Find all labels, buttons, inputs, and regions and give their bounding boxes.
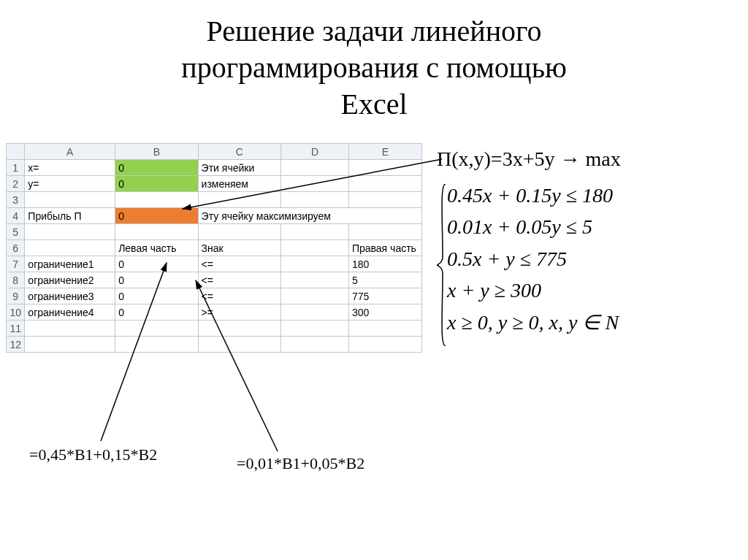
cell[interactable]: 0 <box>115 176 198 192</box>
table-row: 2y=0изменяем <box>7 176 422 192</box>
cell[interactable] <box>281 240 349 256</box>
cell[interactable] <box>281 176 349 192</box>
table-row: 10ограничение40>=300 <box>7 304 422 321</box>
cell[interactable]: 0 <box>115 272 198 288</box>
cell[interactable]: <= <box>198 288 280 304</box>
table-row: 6Левая частьЗнакПравая часть <box>7 240 422 256</box>
brace-icon <box>437 184 447 346</box>
table-row: 7ограничение10<=180 <box>7 256 422 272</box>
col-header[interactable]: B <box>115 144 198 160</box>
cell[interactable] <box>348 337 421 353</box>
cell[interactable]: ограничение1 <box>25 256 115 272</box>
cell[interactable] <box>348 176 421 192</box>
table-row: 1x=0Эти ячейки <box>7 160 422 176</box>
constraint: 0.5x + y ≤ 775 <box>447 243 619 275</box>
row-header[interactable]: 7 <box>7 256 25 272</box>
cell[interactable]: Знак <box>198 240 280 256</box>
cell[interactable] <box>281 288 349 304</box>
constraint: x + y ≥ 300 <box>447 275 619 306</box>
cell[interactable] <box>198 224 280 240</box>
cell[interactable]: Прибыль П <box>25 208 115 224</box>
cell[interactable]: 0 <box>115 304 198 321</box>
corner-cell <box>7 144 25 160</box>
title-line: Excel <box>340 88 407 120</box>
cell[interactable] <box>25 224 115 240</box>
row-header[interactable]: 8 <box>7 272 25 288</box>
cell[interactable] <box>115 321 198 337</box>
cell[interactable] <box>281 304 349 321</box>
cell[interactable]: y= <box>25 176 115 192</box>
constraint: 0.01x + 0.05y ≤ 5 <box>447 211 619 242</box>
cell[interactable]: Левая часть <box>115 240 198 256</box>
col-header[interactable]: C <box>198 144 280 160</box>
row-header[interactable]: 2 <box>7 176 25 192</box>
cell[interactable]: ограничение3 <box>25 288 115 304</box>
cell[interactable]: 0 <box>115 256 198 272</box>
cell[interactable] <box>198 321 280 337</box>
cell[interactable] <box>25 192 115 208</box>
cell[interactable]: >= <box>198 304 280 321</box>
row-header[interactable]: 1 <box>7 160 25 176</box>
cell[interactable] <box>25 337 115 353</box>
constraints-block: 0.45x + 0.15y ≤ 180 0.01x + 0.05y ≤ 5 0.… <box>447 180 619 338</box>
cell[interactable]: 0 <box>115 160 198 176</box>
cell[interactable]: Правая часть <box>348 240 421 256</box>
cell[interactable]: ограничение2 <box>25 272 115 288</box>
row-header[interactable]: 11 <box>7 321 25 337</box>
row-header[interactable]: 4 <box>7 208 25 224</box>
cell[interactable]: 300 <box>348 304 421 321</box>
cell[interactable] <box>281 321 349 337</box>
cell[interactable]: 0 <box>115 288 198 304</box>
table-row: 3 <box>7 192 422 208</box>
cell[interactable]: <= <box>198 256 280 272</box>
cell[interactable]: 180 <box>348 256 421 272</box>
cell[interactable] <box>198 337 280 353</box>
cell[interactable] <box>115 224 198 240</box>
cell[interactable]: изменяем <box>198 176 280 192</box>
arrow-icon: → <box>554 147 585 170</box>
table-row: 4Прибыль П0Эту ячейку максимизируем <box>7 208 422 224</box>
row-header[interactable]: 5 <box>7 224 25 240</box>
row-header[interactable]: 3 <box>7 192 25 208</box>
cell[interactable]: ограничение4 <box>25 304 115 321</box>
cell[interactable] <box>281 256 349 272</box>
cell[interactable] <box>198 192 280 208</box>
constraint: 0.45x + 0.15y ≤ 180 <box>447 180 619 211</box>
cell[interactable] <box>348 224 421 240</box>
cell[interactable] <box>25 240 115 256</box>
title-line: Решение задачи линейного <box>207 15 542 47</box>
table-row: 11 <box>7 321 422 337</box>
formula-label-1: =0,45*B1+0,15*B2 <box>29 445 157 464</box>
row-header[interactable]: 10 <box>7 304 25 321</box>
cell[interactable]: 775 <box>348 288 421 304</box>
cell[interactable] <box>25 321 115 337</box>
cell[interactable]: Эти ячейки <box>198 160 280 176</box>
table-row: 9ограничение30<=775 <box>7 288 422 304</box>
table-row: 5 <box>7 224 422 240</box>
objective-max: max <box>585 147 620 170</box>
cell[interactable] <box>348 321 421 337</box>
cell[interactable] <box>115 337 198 353</box>
cell[interactable]: 5 <box>348 272 421 288</box>
cell[interactable] <box>115 192 198 208</box>
spreadsheet-table: A B C D E 1x=0Эти ячейки2y=0изменяем34Пр… <box>6 143 422 353</box>
row-header[interactable]: 12 <box>7 337 25 353</box>
cell[interactable] <box>281 224 349 240</box>
cell[interactable] <box>281 160 349 176</box>
row-header[interactable]: 9 <box>7 288 25 304</box>
cell[interactable] <box>281 192 349 208</box>
constraint: x ≥ 0, y ≥ 0, x, y ∈ N <box>447 307 619 338</box>
header-row: A B C D E <box>7 144 422 160</box>
cell[interactable] <box>281 337 349 353</box>
col-header[interactable]: A <box>25 144 115 160</box>
col-header[interactable]: D <box>281 144 349 160</box>
cell[interactable]: Эту ячейку максимизируем <box>198 208 421 224</box>
cell[interactable] <box>281 272 349 288</box>
row-header[interactable]: 6 <box>7 240 25 256</box>
cell[interactable]: 0 <box>115 208 198 224</box>
cell[interactable] <box>348 192 421 208</box>
cell[interactable]: <= <box>198 272 280 288</box>
cell[interactable]: x= <box>25 160 115 176</box>
cell[interactable] <box>348 160 421 176</box>
col-header[interactable]: E <box>348 144 421 160</box>
